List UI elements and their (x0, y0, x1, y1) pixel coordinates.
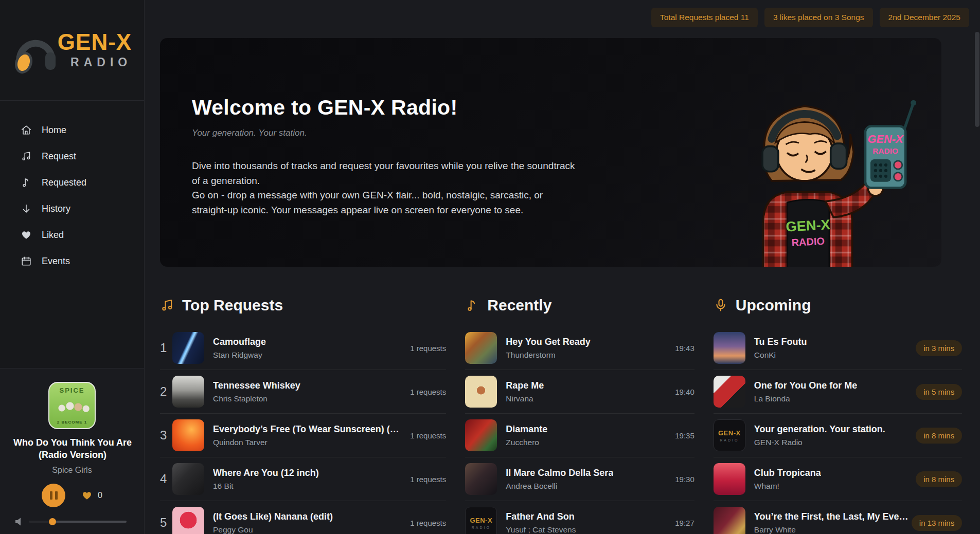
eta-badge: in 13 mins (912, 515, 962, 531)
track-title: Camouflage (213, 337, 266, 347)
track-row[interactable]: GEN-X RADIO Father And Son Yusuf ; Cat S… (465, 501, 694, 534)
sidebar-item-label: Home (42, 125, 66, 136)
music-notes-icon (160, 298, 174, 312)
pause-icon (55, 491, 58, 500)
play-time: 19:30 (669, 475, 694, 484)
request-count: 1 requests (404, 519, 446, 527)
track-row[interactable]: Diamante Zucchero 19:35 (465, 414, 694, 457)
volume-slider[interactable] (29, 521, 127, 523)
sidebar-item-liked[interactable]: Liked (21, 229, 144, 241)
track-title: Il Mare Calmo Della Sera (506, 468, 613, 478)
album-art (714, 332, 745, 364)
hero-card: Welcome to GEN-X Radio! Your generation.… (160, 38, 941, 267)
track-row[interactable]: Il Mare Calmo Della Sera Andrea Bocelli … (465, 457, 694, 501)
track-title: Diamante (506, 424, 547, 435)
album-art (465, 332, 497, 364)
like-button[interactable]: 0 (81, 490, 102, 501)
sidebar-item-requested[interactable]: Requested (21, 177, 144, 188)
track-title: Tennessee Whiskey (213, 380, 300, 391)
album-art-brand-subtext: RADIO (472, 526, 491, 529)
album-art-brand-text: GEN-X (470, 517, 492, 524)
track-title: Rape Me (506, 380, 544, 391)
album-art (172, 507, 204, 534)
track-artist: Wham! (754, 482, 821, 491)
sidebar-item-home[interactable]: Home (21, 124, 144, 136)
sidebar-item-events[interactable]: Events (21, 255, 144, 267)
shirt-text-line2: RADIO (791, 235, 825, 248)
track-artist: Stan Ridgway (213, 351, 266, 360)
album-art (172, 376, 204, 408)
headphones-icon (12, 26, 57, 75)
hero-description: Dive into thousands of tracks and reques… (192, 159, 578, 217)
sidebar-item-request[interactable]: Request (21, 151, 144, 162)
track-title: (It Goes Like) Nanana (edit) (213, 511, 333, 522)
sidebar-item-label: Requested (42, 177, 86, 188)
sidebar-item-label: Events (42, 256, 70, 267)
shirt-text-line1: GEN-X (786, 216, 831, 234)
track-row[interactable]: One for You One for Me La Bionda in 5 mi… (714, 370, 962, 414)
section-title: Upcoming (736, 297, 811, 314)
track-row[interactable]: 4 Where Are You (12 inch) 16 Bit 1 reque… (160, 457, 446, 501)
speaker-icon (15, 518, 23, 526)
track-title: One for You One for Me (754, 380, 857, 391)
rank: 2 (160, 384, 172, 399)
music-note-icon (21, 177, 32, 188)
request-count: 1 requests (404, 475, 446, 484)
track-title: Father And Son (506, 511, 576, 522)
track-row[interactable]: Club Tropicana Wham! in 8 mins (714, 457, 962, 501)
track-row[interactable]: You’re the First, the Last, My Everythin… (714, 501, 962, 534)
sidebar-item-label: Request (42, 151, 76, 162)
heart-icon (21, 229, 32, 241)
track-title: Where Are You (12 inch) (213, 468, 319, 478)
pause-button[interactable] (42, 484, 65, 507)
sidebar-item-label: History (42, 204, 70, 214)
badge-date: 2nd December 2025 (880, 8, 969, 27)
album-art (714, 463, 745, 495)
brand-logo: GEN-X RADIO (0, 0, 144, 101)
album-art (172, 332, 204, 364)
track-row[interactable]: Hey You Get Ready Thunderstorm 19:43 (465, 326, 694, 370)
album-art-now-playing: SPICE 2 BECOME 1 (48, 382, 96, 429)
volume-thumb[interactable] (49, 518, 56, 525)
section-top-requests: Top Requests 1 Camouflage Stan Ridgway 1… (160, 297, 446, 534)
track-row[interactable]: 5 (It Goes Like) Nanana (edit) Peggy Gou… (160, 501, 446, 534)
play-time: 19:40 (669, 388, 694, 396)
track-row[interactable]: 2 Tennessee Whiskey Chris Stapleton 1 re… (160, 370, 446, 414)
track-title: Your generation. Your station. (754, 424, 885, 435)
track-row[interactable]: 1 Camouflage Stan Ridgway 1 requests (160, 326, 446, 370)
hero-illustration: GEN-X RADIO GEN-X RADIO (711, 82, 917, 267)
track-row[interactable]: GEN-X RADIO Your generation. Your statio… (714, 414, 962, 457)
album-art (172, 463, 204, 495)
album-art: GEN-X RADIO (465, 507, 497, 534)
badge-likes: 3 likes placed on 3 Songs (764, 8, 873, 27)
sidebar: GEN-X RADIO Home Request Requested Histo… (0, 0, 145, 534)
sidebar-item-history[interactable]: History (21, 203, 144, 214)
rank: 5 (160, 515, 172, 530)
track-row[interactable]: Rape Me Nirvana 19:40 (465, 370, 694, 414)
play-time: 19:27 (669, 519, 694, 527)
radio-text-line2: RADIO (872, 146, 898, 155)
track-row[interactable]: 3 Everybody’s Free (To Wear Sunscreen) (… (160, 414, 446, 457)
track-row[interactable]: Tu Es Foutu ConKi in 3 mins (714, 326, 962, 370)
track-artist: Andrea Bocelli (506, 482, 613, 491)
scrollbar-thumb[interactable] (975, 32, 979, 127)
album-art (465, 463, 497, 495)
request-count: 1 requests (404, 344, 446, 353)
play-time: 19:43 (669, 344, 694, 353)
brand-name: GEN-X (58, 31, 132, 53)
eta-badge: in 5 mins (916, 384, 962, 400)
sidebar-nav: Home Request Requested History Liked Eve… (0, 101, 144, 267)
album-art-caption: 2 BECOME 1 (51, 420, 93, 425)
album-art (714, 507, 745, 534)
track-title: Tu Es Foutu (754, 337, 807, 347)
album-art-brand-text: GEN-X (718, 429, 741, 437)
microphone-icon (714, 298, 728, 312)
radio-text-line1: GEN-X (868, 133, 904, 145)
rank: 4 (160, 472, 172, 486)
track-artist: Spice Girls (10, 466, 134, 475)
play-time: 19:35 (669, 431, 694, 440)
hero-description-line1: Dive into thousands of tracks and reques… (192, 159, 578, 188)
sidebar-item-label: Liked (42, 230, 64, 241)
calendar-icon (21, 255, 32, 267)
album-art (172, 419, 204, 451)
